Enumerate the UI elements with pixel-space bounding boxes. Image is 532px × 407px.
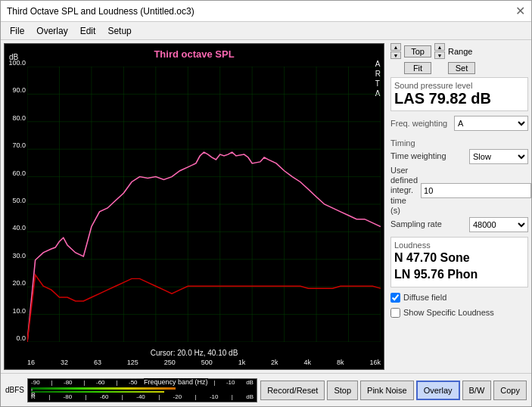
integr-time-row: User defined integr. time (s) [390,166,528,216]
bottom-bar: dBFS -90 | -80 | -60 | -50 | -30 | -20 |… [1,373,531,406]
pink-noise-button[interactable]: Pink Noise [360,381,414,400]
sampling-rate-select[interactable]: 48000 44100 96000 [469,217,528,232]
timing-header: Timing [390,138,528,148]
top-spin-up[interactable]: ▲ [390,43,401,51]
loudness-section: Loudness N 47.70 Sone LN 95.76 Phon [390,237,528,287]
title-bar: Third Octave SPL and Loudness (Untitled.… [1,1,531,22]
meter-r-label: R [31,391,36,399]
show-specific-label: Show Specific Loudness [403,308,494,317]
meter-r-bar: R [31,391,254,393]
range-spin-down[interactable]: ▼ [434,51,445,59]
freq-weighting-label: Freq. weighting [390,119,451,128]
time-weighting-row: Time weighting Slow Fast Impulse [390,149,528,164]
menu-setup[interactable]: Setup [101,24,137,38]
record-reset-button[interactable]: Record/Reset [260,381,325,400]
sampling-rate-row: Sampling rate 48000 44100 96000 [390,217,528,232]
main-window: Third Octave SPL and Loudness (Untitled.… [0,0,532,407]
integr-time-input[interactable] [421,183,531,198]
stop-button[interactable]: Stop [327,381,358,400]
show-specific-row: Show Specific Loudness [390,308,528,318]
top-controls: ▲ ▼ Top ▲ ▼ Range [390,43,528,59]
top-spin: ▲ ▼ [390,43,401,59]
bw-button[interactable]: B/W [462,381,492,400]
chart-svg [27,67,381,342]
level-meter: -90 | -80 | -60 | -50 | -30 | -20 | -10 … [27,378,257,402]
diffuse-field-row: Diffuse field [390,293,528,303]
chart-yaxis: 100.0 90.0 80.0 70.0 60.0 50.0 40.0 30.0… [5,59,27,342]
integr-time-label: User defined integr. time (s) [390,166,418,216]
freq-band-label: Frequency band (Hz) [144,378,208,386]
meter-bot-labels: R | -80 | -60 | -40 | -20 | -10 | dB [28,393,257,402]
close-button[interactable]: ✕ [515,5,525,17]
chart-title: Third octave SPL [5,48,384,60]
range-label: Range [448,47,472,56]
show-specific-checkbox[interactable] [390,308,400,318]
right-panel: ▲ ▼ Top ▲ ▼ Range Fit Set Sound pressure… [387,40,531,373]
loudness-value-phon: LN 95.76 Phon [394,266,524,283]
sampling-rate-label: Sampling rate [390,219,466,229]
top-button[interactable]: Top [404,45,431,57]
window-title: Third Octave SPL and Loudness (Untitled.… [7,6,194,17]
chart-cursor: Cursor: 20.0 Hz, 40.10 dB [151,349,238,357]
diffuse-field-label: Diffuse field [403,293,446,302]
fit-controls: Fit Set [390,62,528,74]
range-spin-up[interactable]: ▲ [434,43,445,51]
meter-top-labels: -90 | -80 | -60 | -50 | -30 | -20 | -10 … [28,379,257,387]
meter-l-bar: L [31,387,254,389]
loudness-header: Loudness [394,241,524,250]
dbfs-label: dBFS [5,386,24,394]
main-content: Third octave SPL ARTA dB 100.0 90.0 80.0… [1,40,531,373]
freq-weighting-row: Freq. weighting A C Z [390,114,528,132]
range-spin: ▲ ▼ [434,43,445,59]
set-button[interactable]: Set [448,62,475,74]
spl-label: Sound pressure level [394,81,524,90]
bottom-buttons: Record/Reset Stop Pink Noise Overlay B/W… [260,381,527,400]
meter-l-fill [31,387,176,389]
spl-value: LAS 79.82 dB [394,90,524,107]
spl-section: Sound pressure level LAS 79.82 dB [390,77,528,111]
timing-section: Timing Time weighting Slow Fast Impulse … [390,135,528,232]
freq-weighting-select[interactable]: A C Z [454,116,528,131]
copy-button[interactable]: Copy [493,381,527,400]
time-weighting-label: Time weighting [390,151,466,161]
time-weighting-select[interactable]: Slow Fast Impulse [469,149,528,164]
menu-bar: File Overlay Edit Setup [1,22,531,40]
meter-r-fill [31,391,164,393]
loudness-value-sone: N 47.70 Sone [394,250,524,266]
menu-edit[interactable]: Edit [74,24,102,38]
chart-area: Third octave SPL ARTA dB 100.0 90.0 80.0… [4,43,384,370]
menu-file[interactable]: File [4,24,30,38]
chart-xaxis: 16 32 63 125 250 500 1k 2k 4k 8k 16k [27,359,381,366]
fit-button[interactable]: Fit [404,62,431,74]
diffuse-field-checkbox[interactable] [390,293,400,303]
overlay-button[interactable]: Overlay [416,381,460,400]
top-spin-down[interactable]: ▼ [390,51,401,59]
menu-overlay[interactable]: Overlay [30,24,73,38]
